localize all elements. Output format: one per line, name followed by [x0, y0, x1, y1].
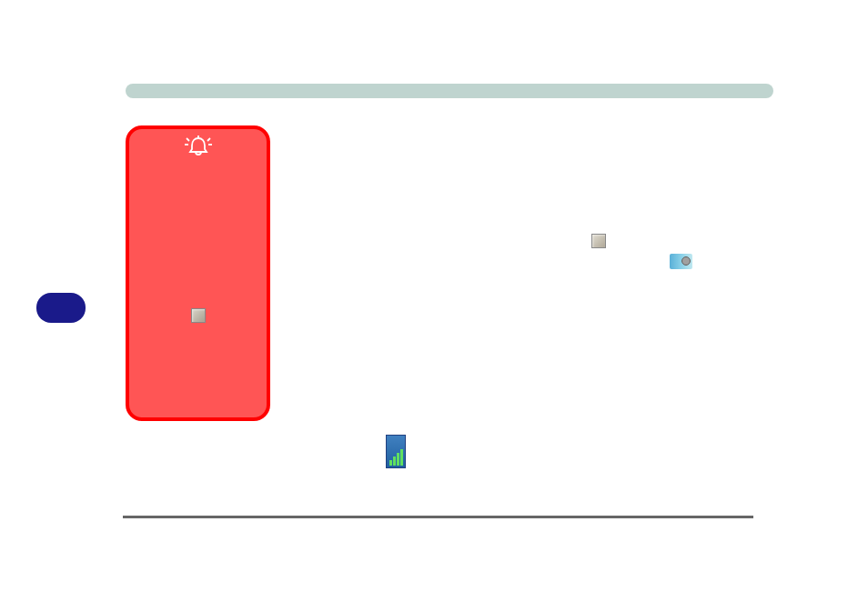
- bell-icon: [184, 133, 213, 158]
- drive-icon[interactable]: [191, 308, 206, 323]
- svg-line-1: [187, 138, 189, 141]
- top-bar: [126, 84, 773, 98]
- chart-bars: [389, 449, 403, 466]
- drive-icon[interactable]: [591, 234, 606, 248]
- svg-line-2: [207, 138, 210, 141]
- divider-line: [123, 516, 753, 518]
- globe-disk-icon[interactable]: [670, 254, 692, 269]
- bar-chart-icon[interactable]: [386, 435, 406, 468]
- side-pill-button[interactable]: [36, 293, 86, 323]
- alert-panel[interactable]: [126, 125, 270, 421]
